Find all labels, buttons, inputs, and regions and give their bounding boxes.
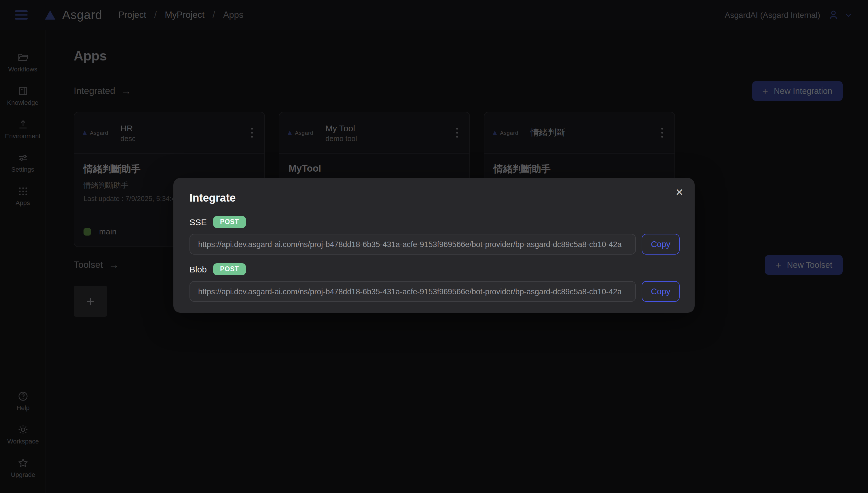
app-root: Asgard Project / MyProject / Apps Asgard… [0, 0, 868, 493]
close-icon[interactable]: × [673, 184, 686, 201]
blob-label: Blob [190, 264, 207, 274]
sse-label: SSE [190, 217, 207, 227]
sse-url-row: Copy [190, 234, 680, 255]
blob-copy-button[interactable]: Copy [642, 281, 680, 302]
sse-url-input[interactable] [190, 234, 636, 255]
post-method-badge: POST [213, 263, 246, 275]
sse-label-row: SSE POST [190, 215, 680, 229]
modal-title: Integrate [190, 192, 680, 205]
post-method-badge: POST [213, 216, 246, 228]
integrate-modal: × Integrate SSE POST Copy Blob POST Copy [173, 178, 695, 313]
blob-label-row: Blob POST [190, 262, 680, 276]
sse-copy-button[interactable]: Copy [642, 234, 680, 255]
blob-url-row: Copy [190, 281, 680, 302]
blob-url-input[interactable] [190, 281, 636, 302]
